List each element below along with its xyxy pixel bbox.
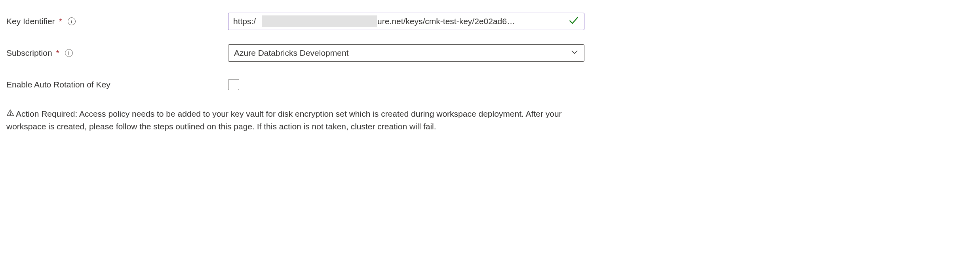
key-identifier-input-wrapper — [228, 13, 584, 30]
auto-rotation-checkbox[interactable] — [228, 79, 239, 90]
auto-rotation-field — [228, 79, 584, 90]
key-identifier-label-group: Key Identifier * i — [6, 17, 228, 26]
warning-icon — [6, 108, 14, 120]
info-icon[interactable]: i — [68, 17, 76, 25]
subscription-select[interactable]: Azure Databricks Development — [228, 44, 584, 62]
svg-point-1 — [10, 114, 11, 115]
subscription-field: Azure Databricks Development — [228, 44, 584, 62]
subscription-value: Azure Databricks Development — [234, 48, 348, 58]
key-identifier-field — [228, 13, 584, 30]
required-indicator: * — [59, 17, 62, 26]
subscription-label: Subscription — [6, 48, 52, 58]
auto-rotation-label: Enable Auto Rotation of Key — [6, 80, 110, 89]
info-icon[interactable]: i — [65, 49, 73, 57]
auto-rotation-row: Enable Auto Rotation of Key — [6, 76, 974, 93]
key-identifier-row: Key Identifier * i — [6, 13, 974, 30]
key-identifier-label: Key Identifier — [6, 17, 55, 26]
subscription-row: Subscription * i Azure Databricks Develo… — [6, 44, 974, 62]
chevron-down-icon — [571, 48, 578, 58]
action-required-warning: Action Required: Access policy needs to … — [6, 108, 573, 133]
required-indicator: * — [56, 48, 59, 58]
subscription-label-group: Subscription * i — [6, 48, 228, 58]
warning-text: Action Required: Access policy needs to … — [6, 109, 562, 131]
key-identifier-input[interactable] — [228, 13, 584, 30]
auto-rotation-label-group: Enable Auto Rotation of Key — [6, 80, 228, 89]
